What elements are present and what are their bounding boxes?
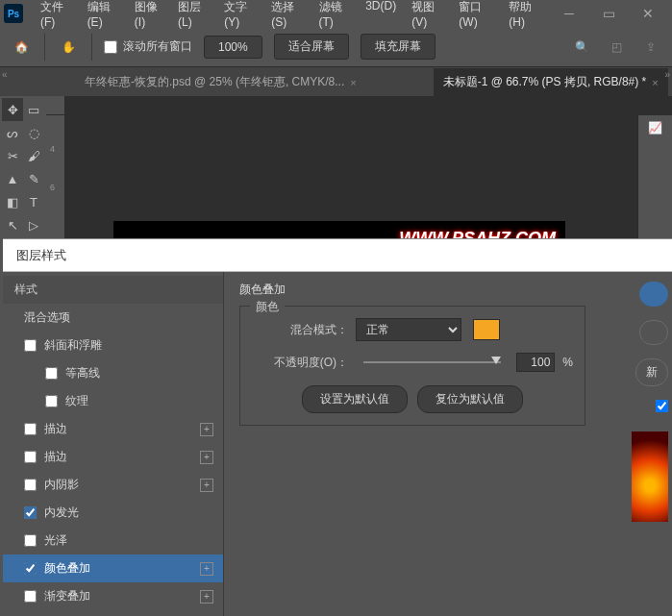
search-icon[interactable]: 🔍	[570, 36, 593, 59]
default-buttons-row: 设置为默认值 复位为默认值	[252, 385, 573, 413]
add-gradient-overlay-icon[interactable]: +	[200, 590, 213, 604]
close-button[interactable]: ✕	[635, 4, 660, 23]
new-style-button[interactable]: 新	[635, 358, 668, 386]
ruler-vertical[interactable]: 4 6	[46, 115, 65, 240]
expand-panels-left-icon[interactable]: «	[2, 69, 8, 80]
scroll-all-windows-checkbox[interactable]: 滚动所有窗口	[104, 38, 192, 55]
divider	[91, 34, 92, 61]
fill-screen-button[interactable]: 填充屏幕	[361, 34, 436, 60]
stroke-item-2[interactable]: 描边+	[3, 443, 223, 471]
collapsed-panels[interactable]: 📈	[637, 115, 672, 240]
blending-options-item[interactable]: 混合选项	[3, 304, 223, 332]
add-stroke-icon[interactable]: +	[200, 423, 213, 436]
tab-document-2[interactable]: 未标题-1 @ 66.7% (PS 拷贝, RGB/8#) * ×	[434, 68, 668, 96]
minimize-button[interactable]: ─	[557, 4, 582, 23]
menu-3d[interactable]: 3D(D)	[358, 0, 404, 35]
fit-screen-button[interactable]: 适合屏幕	[274, 34, 349, 60]
tab-close-icon[interactable]: ×	[652, 77, 658, 88]
satin-item[interactable]: 光泽	[3, 527, 223, 554]
menu-edit[interactable]: 编辑(E)	[80, 0, 127, 35]
eraser-tool[interactable]: ✎	[23, 167, 44, 190]
color-overlay-checkbox[interactable]	[24, 562, 37, 575]
menu-view[interactable]: 视图(V)	[404, 0, 451, 35]
tab-close-icon[interactable]: ×	[350, 77, 356, 88]
inner-glow-item[interactable]: 内发光	[3, 499, 223, 527]
pattern-overlay-item[interactable]: 图案叠加	[3, 610, 223, 616]
ok-button[interactable]	[639, 282, 668, 307]
menu-window[interactable]: 窗口(W)	[451, 0, 501, 35]
texture-checkbox[interactable]	[45, 395, 58, 407]
dialog-body: 样式 混合选项 斜面和浮雕 等高线 纹理 描边+ 描边+ 内阴影+ 内发光 光泽…	[3, 272, 672, 616]
preview-checkbox[interactable]	[656, 400, 668, 412]
window-controls: ─ ▭ ✕	[549, 4, 668, 23]
scroll-all-windows-input[interactable]	[104, 40, 117, 54]
satin-checkbox[interactable]	[24, 534, 37, 547]
type-tool[interactable]: T	[23, 190, 44, 213]
color-overlay-item[interactable]: 颜色叠加+	[3, 554, 223, 582]
opacity-slider[interactable]	[363, 361, 501, 363]
menu-select[interactable]: 选择(S)	[263, 0, 311, 35]
dialog-right-column: 新	[630, 272, 672, 616]
color-swatch[interactable]	[473, 319, 500, 340]
home-icon[interactable]: 🏠	[10, 36, 33, 59]
menu-layer[interactable]: 图层(L)	[170, 0, 216, 35]
texture-item[interactable]: 纹理	[3, 387, 223, 415]
cancel-button[interactable]	[639, 320, 668, 345]
crop-tool[interactable]: ✂	[2, 144, 23, 167]
expand-panels-right-icon[interactable]: »	[664, 69, 670, 80]
menu-file[interactable]: 文件(F)	[33, 0, 80, 35]
bevel-emboss-item[interactable]: 斜面和浮雕	[3, 332, 223, 359]
clone-tool[interactable]: ▲	[2, 167, 23, 190]
add-inner-shadow-icon[interactable]: +	[200, 479, 213, 492]
hand-tool-icon[interactable]: ✋	[57, 36, 80, 59]
gradient-overlay-checkbox[interactable]	[24, 590, 37, 603]
percent-label: %	[562, 356, 573, 369]
menu-image[interactable]: 图像(I)	[127, 0, 170, 35]
marquee-tool[interactable]: ▭	[23, 98, 44, 121]
frame-icon[interactable]: ◰	[605, 36, 628, 59]
share-icon[interactable]: ⇪	[639, 36, 662, 59]
gradient-tool[interactable]: ◧	[2, 190, 23, 213]
lasso-tool[interactable]: ᔕ	[2, 121, 23, 144]
menu-help[interactable]: 帮助(H)	[501, 0, 549, 35]
set-default-button[interactable]: 设置为默认值	[302, 385, 408, 413]
contour-checkbox[interactable]	[45, 367, 58, 380]
bevel-checkbox[interactable]	[24, 339, 37, 352]
add-stroke-icon[interactable]: +	[200, 451, 213, 464]
document-tabs: « 年终钜惠-恢复的.psd @ 25% (年终钜惠, CMYK/8... × …	[0, 67, 672, 96]
canvas[interactable]: WWW.PSAHZ.COM	[65, 115, 637, 240]
inner-glow-checkbox[interactable]	[24, 506, 37, 519]
zoom-level-button[interactable]: 100%	[204, 36, 262, 59]
opacity-input[interactable]	[516, 353, 555, 372]
brush-tool[interactable]: 🖌	[23, 144, 44, 167]
move-tool[interactable]: ✥	[2, 98, 23, 121]
menu-filter[interactable]: 滤镜(T)	[311, 0, 359, 35]
contour-item[interactable]: 等高线	[3, 359, 223, 387]
inner-shadow-item[interactable]: 内阴影+	[3, 471, 223, 499]
frame-label: 颜色	[250, 299, 285, 315]
dialog-title: 图层样式	[3, 239, 672, 272]
canvas-inner: 4 6 WWW.PSAHZ.COM 📈	[46, 115, 672, 240]
tab-document-1[interactable]: 年终钜惠-恢复的.psd @ 25% (年终钜惠, CMYK/8... ×	[75, 68, 366, 96]
preview-input[interactable]	[656, 400, 668, 412]
add-color-overlay-icon[interactable]: +	[200, 562, 213, 576]
document-area: WWW.PSAHZ.COM	[113, 221, 565, 240]
direct-select-tool[interactable]: ▷	[23, 213, 44, 236]
stroke2-checkbox[interactable]	[24, 451, 37, 463]
reset-default-button[interactable]: 复位为默认值	[417, 385, 523, 413]
gradient-overlay-item[interactable]: 渐变叠加+	[3, 582, 223, 610]
inner-shadow-checkbox[interactable]	[24, 479, 37, 491]
slider-thumb-icon[interactable]	[491, 357, 501, 364]
adjustments-panel-icon[interactable]: 📈	[648, 121, 662, 135]
path-tool[interactable]: ↖	[2, 213, 23, 236]
styles-header[interactable]: 样式	[3, 276, 223, 304]
stroke-item-1[interactable]: 描边+	[3, 415, 223, 443]
menu-type[interactable]: 文字(Y)	[216, 0, 263, 35]
effects-list: 样式 混合选项 斜面和浮雕 等高线 纹理 描边+ 描边+ 内阴影+ 内发光 光泽…	[3, 272, 224, 616]
color-frame: 颜色 混合模式： 正常 不透明度(O)： % 设置为默认值 复位为默认值	[239, 306, 585, 426]
quick-select-tool[interactable]: ◌	[23, 121, 44, 144]
maximize-button[interactable]: ▭	[596, 4, 621, 23]
blend-mode-select[interactable]: 正常	[356, 318, 461, 341]
effect-settings-panel: 颜色叠加 颜色 混合模式： 正常 不透明度(O)： % 设置为默认	[224, 272, 630, 616]
stroke1-checkbox[interactable]	[24, 423, 37, 435]
